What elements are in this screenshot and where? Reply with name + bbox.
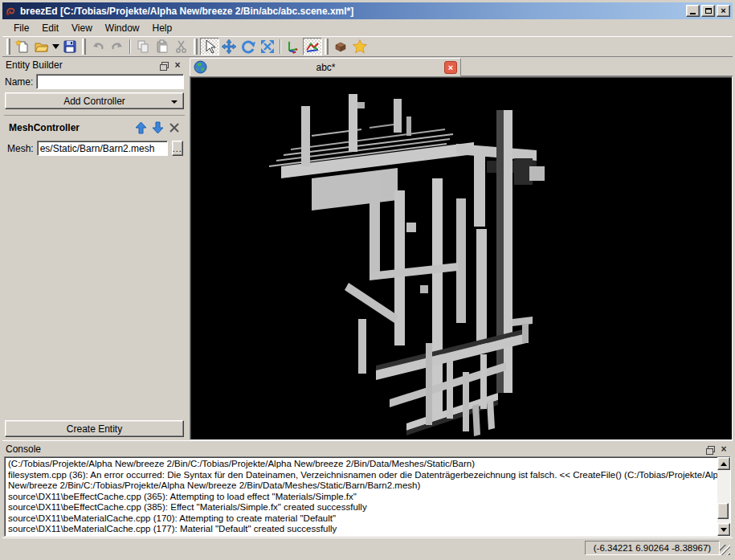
float-icon — [706, 446, 713, 453]
move-icon — [221, 39, 237, 55]
console-log[interactable]: (C:/Tobias/Projekte/Alpha New/breeze 2/B… — [5, 457, 717, 536]
close-button[interactable]: × — [717, 5, 730, 17]
save-button[interactable] — [60, 38, 80, 55]
remove-controller-button[interactable] — [167, 121, 182, 134]
rotate-tool-button[interactable] — [239, 38, 258, 55]
menu-file[interactable]: File — [7, 21, 35, 35]
close-icon: × — [174, 61, 180, 69]
scrollbar-thumb[interactable] — [717, 503, 729, 519]
undo-button — [88, 38, 108, 55]
cut-icon — [174, 39, 190, 55]
maximize-button[interactable] — [701, 5, 715, 17]
align-terrain-tool-button[interactable] — [303, 38, 322, 55]
favorites-star-button[interactable] — [350, 38, 370, 55]
console-scrollbar[interactable] — [717, 457, 730, 536]
name-label: Name: — [5, 76, 33, 88]
mesh-label: Mesh: — [7, 143, 34, 154]
panel-spacer — [4, 161, 185, 419]
entity-builder-title: Entity Builder — [6, 59, 154, 71]
close-panel-button[interactable]: × — [172, 60, 183, 71]
mesh-controller-group: MeshController — [4, 115, 185, 161]
float-panel-button[interactable] — [157, 60, 169, 71]
copy-button — [133, 38, 153, 55]
resize-grip[interactable] — [720, 545, 730, 555]
scroll-up-button[interactable] — [717, 457, 730, 470]
star-icon — [352, 39, 368, 55]
tab-close-button[interactable]: × — [444, 61, 457, 74]
console-line: source\DX11\beMaterialCache.cpp (177): M… — [8, 524, 714, 535]
scale-tool-button[interactable] — [258, 38, 277, 55]
menu-window[interactable]: Window — [99, 21, 146, 35]
move-tool-button[interactable] — [219, 38, 239, 55]
toolbar-handle[interactable] — [194, 39, 198, 55]
close-icon: × — [721, 7, 725, 14]
entity-name-input[interactable] — [36, 74, 184, 89]
browse-mesh-button[interactable]: ... — [172, 141, 183, 156]
entity-builder-header[interactable]: Entity Builder × — [4, 58, 185, 72]
arrow-up-icon — [135, 121, 147, 134]
undo-icon — [90, 39, 106, 55]
float-panel-button[interactable] — [704, 444, 715, 455]
select-cursor-icon — [202, 39, 218, 55]
axes-icon — [285, 39, 301, 55]
create-entity-button[interactable]: Create Entity — [5, 420, 184, 437]
mesh-path-input[interactable] — [37, 141, 168, 156]
3d-mesh-wireframe — [191, 78, 733, 440]
toolbar-separator — [129, 39, 131, 54]
cube-tool-button[interactable] — [331, 38, 350, 55]
new-file-icon — [14, 39, 31, 55]
cut-button — [172, 38, 191, 55]
cursor-coordinates: (-6.34221 6.90264 -8.38967) — [585, 541, 720, 555]
toolbar — [2, 36, 733, 56]
console-line: New/breeze 2/Bin/C:/Tobias/Projekte/Alph… — [8, 480, 714, 492]
axes-widget-button[interactable] — [284, 38, 303, 55]
close-icon: × — [721, 445, 726, 453]
save-icon — [62, 39, 78, 55]
scroll-down-button[interactable] — [717, 523, 730, 536]
tab-label: abc* — [207, 62, 444, 73]
open-file-button[interactable] — [32, 38, 51, 55]
add-controller-label: Add Controller — [63, 96, 125, 107]
close-icon — [169, 122, 180, 133]
close-panel-button[interactable]: × — [718, 444, 729, 455]
new-file-button[interactable] — [13, 38, 32, 55]
title-bar[interactable]: breezEd [C:/Tobias/Projekte/Alpha New/br… — [2, 2, 733, 19]
console-line: source\DX11\beEffectCache.cpp (385): Eff… — [8, 502, 714, 513]
paste-button — [153, 38, 172, 55]
globe-icon — [194, 60, 207, 74]
maximize-icon — [705, 8, 712, 14]
menu-help[interactable]: Help — [146, 21, 179, 35]
window-title: breezEd [C:/Tobias/Projekte/Alpha New/br… — [20, 6, 686, 17]
toolbar-handle[interactable] — [82, 39, 86, 55]
open-file-icon — [34, 39, 50, 55]
redo-button — [108, 38, 127, 55]
menu-bar: File Edit View Window Help — [2, 19, 733, 36]
console-header[interactable]: Console × — [4, 442, 731, 456]
minimize-icon — [690, 13, 696, 14]
minimize-button[interactable] — [686, 5, 700, 17]
align-terrain-icon — [304, 39, 321, 55]
tab-bar-empty — [461, 58, 733, 76]
console-line: filesystem.cpp (36): An error occurred: … — [8, 470, 714, 481]
scrollbar-track[interactable] — [717, 470, 730, 523]
toolbar-handle[interactable] — [6, 39, 10, 55]
arrow-down-icon — [152, 121, 164, 134]
dropdown-arrow-icon — [52, 44, 59, 49]
console-panel: Console × (C:/Tobias/Projekte/Alpha New/… — [2, 440, 733, 538]
toolbar-handle[interactable] — [325, 39, 329, 55]
viewport-3d[interactable] — [190, 76, 733, 440]
console-line: source\DX11\beEffectCache.cpp (365): Att… — [8, 492, 714, 503]
menu-view[interactable]: View — [65, 21, 99, 35]
viewport-tab-bar: abc* × — [190, 57, 733, 76]
menu-edit[interactable]: Edit — [35, 21, 65, 35]
move-controller-down-button[interactable] — [150, 121, 165, 134]
select-tool-button[interactable] — [200, 38, 219, 55]
open-file-dropdown[interactable] — [51, 38, 60, 55]
move-controller-up-button[interactable] — [133, 121, 148, 134]
add-controller-button[interactable]: Add Controller — [5, 92, 184, 109]
chevron-down-icon — [171, 100, 178, 104]
tab-abc[interactable]: abc* × — [190, 58, 461, 76]
console-line: source\DX11\beMaterialCache.cpp (170): A… — [8, 513, 714, 525]
console-title: Console — [6, 444, 700, 455]
app-icon[interactable] — [5, 5, 17, 17]
